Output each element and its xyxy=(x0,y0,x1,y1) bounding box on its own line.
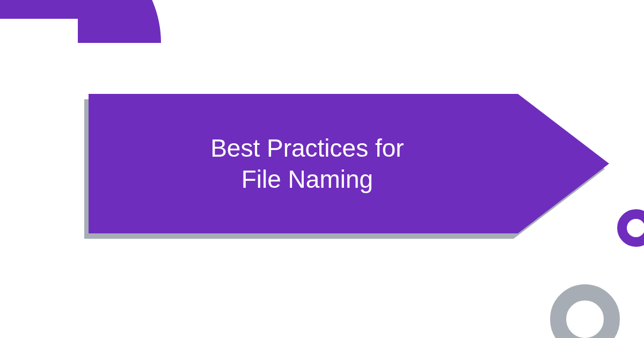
ring-decoration-gray xyxy=(550,284,620,338)
svg-rect-5 xyxy=(0,19,78,150)
ring-decoration-purple xyxy=(617,209,644,247)
title-banner: Best Practices for File Naming xyxy=(89,94,609,233)
page-title: Best Practices for File Naming xyxy=(210,133,404,195)
